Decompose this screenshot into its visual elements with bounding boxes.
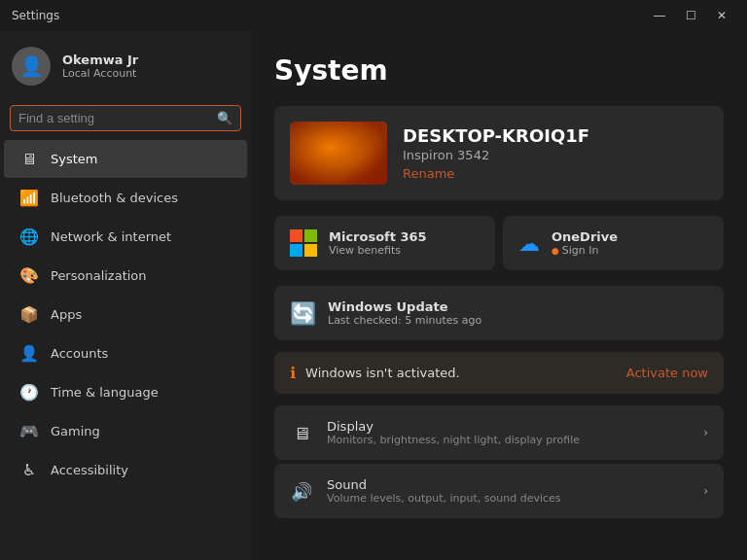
sidebar-item-label: Time & language [51,385,159,400]
gaming-icon: 🎮 [19,422,39,440]
sidebar-item-label: Gaming [51,424,100,438]
sidebar-item-personalization[interactable]: 🎨 Personalization [4,257,247,295]
display-info: Display Monitors, brightness, night ligh… [327,419,690,446]
sidebar-item-network[interactable]: 🌐 Network & internet [4,218,247,256]
sidebar-item-accessibility[interactable]: ♿ Accessibility [4,451,247,489]
pc-name: DESKTOP-KROIQ1F [403,125,589,146]
sound-chevron-icon: › [703,484,708,498]
pc-details: DESKTOP-KROIQ1F Inspiron 3542 Rename [403,125,589,181]
activate-now-link[interactable]: Activate now [626,366,708,380]
pc-thumbnail [290,122,387,185]
sidebar-item-apps[interactable]: 📦 Apps [4,296,247,333]
sidebar: 👤 Okemwa Jr Local Account 🔍 🖥 System 📶 B… [0,31,251,560]
sidebar-item-label: Bluetooth & devices [51,191,178,205]
onedrive-card[interactable]: ☁ OneDrive Sign In [503,216,724,270]
activation-icon: ℹ [290,364,296,382]
sidebar-item-system[interactable]: 🖥 System [4,140,247,178]
rename-link[interactable]: Rename [403,166,589,181]
avatar: 👤 [12,47,51,86]
sound-name: Sound [327,477,690,492]
user-section[interactable]: 👤 Okemwa Jr Local Account [0,31,251,101]
sidebar-item-label: Personalization [51,268,147,283]
sound-info: Sound Volume levels, output, input, soun… [327,477,690,505]
app-title: Settings [12,9,59,22]
app-body: 👤 Okemwa Jr Local Account 🔍 🖥 System 📶 B… [0,31,747,560]
sidebar-nav: 🖥 System 📶 Bluetooth & devices 🌐 Network… [0,139,251,490]
titlebar: Settings — ☐ ✕ [0,0,747,31]
windows-update-icon: 🔄 [290,301,316,326]
network-icon: 🌐 [19,228,39,246]
personalization-icon: 🎨 [19,266,39,285]
page-title: System [274,54,724,87]
update-sub: Last checked: 5 minutes ago [328,314,481,327]
svg-rect-2 [290,244,302,257]
microsoft365-info: Microsoft 365 View benefits [329,229,427,257]
search-icon: 🔍 [217,111,232,125]
svg-rect-1 [304,229,317,242]
main-content: System DESKTOP-KROIQ1F Inspiron 3542 Ren… [251,31,747,560]
svg-rect-0 [290,229,302,242]
onedrive-icon: ☁ [518,231,540,256]
sidebar-item-bluetooth[interactable]: 📶 Bluetooth & devices [4,179,247,217]
window-controls: — ☐ ✕ [646,5,735,26]
sound-desc: Volume levels, output, input, sound devi… [327,492,690,505]
sidebar-item-label: Accounts [51,346,108,361]
close-button[interactable]: ✕ [708,5,735,26]
display-icon: 🖥 [290,423,313,443]
accessibility-icon: ♿ [19,461,39,479]
sidebar-item-label: Apps [51,307,82,322]
sidebar-item-gaming[interactable]: 🎮 Gaming [4,412,247,450]
sound-settings-item[interactable]: 🔊 Sound Volume levels, output, input, so… [274,464,724,518]
onedrive-sub: Sign In [551,244,618,257]
time-icon: 🕐 [19,383,39,402]
display-chevron-icon: › [703,426,708,439]
display-settings-item[interactable]: 🖥 Display Monitors, brightness, night li… [274,405,724,460]
microsoft365-sub: View benefits [329,244,427,257]
minimize-button[interactable]: — [646,5,673,26]
apps-icon: 📦 [19,305,39,324]
accounts-icon: 👤 [19,344,39,363]
display-name: Display [327,419,690,434]
update-name: Windows Update [328,299,481,314]
sidebar-item-label: Accessibility [51,463,128,477]
user-info: Okemwa Jr Local Account [62,52,138,80]
settings-list: 🖥 Display Monitors, brightness, night li… [274,405,724,518]
update-info: Windows Update Last checked: 5 minutes a… [328,299,481,327]
sound-icon: 🔊 [290,481,313,502]
sidebar-item-time[interactable]: 🕐 Time & language [4,373,247,411]
sidebar-item-accounts[interactable]: 👤 Accounts [4,334,247,372]
search-input[interactable] [18,111,211,125]
pc-model: Inspiron 3542 [403,148,589,162]
svg-rect-3 [304,244,317,257]
pc-card[interactable]: DESKTOP-KROIQ1F Inspiron 3542 Rename [274,106,724,200]
user-type: Local Account [62,67,138,80]
sidebar-item-label: System [51,152,97,166]
onedrive-name: OneDrive [551,229,618,244]
microsoft365-icon [290,229,317,257]
display-desc: Monitors, brightness, night light, displ… [327,434,690,446]
activation-banner: ℹ Windows isn't activated. Activate now [274,352,724,394]
microsoft365-name: Microsoft 365 [329,229,427,244]
activation-text: Windows isn't activated. [305,366,617,380]
microsoft365-card[interactable]: Microsoft 365 View benefits [274,216,495,270]
windows-update-card[interactable]: 🔄 Windows Update Last checked: 5 minutes… [274,286,724,340]
user-name: Okemwa Jr [62,52,138,67]
system-icon: 🖥 [19,150,39,168]
onedrive-info: OneDrive Sign In [551,229,618,257]
bluetooth-icon: 📶 [19,189,39,207]
services-row: Microsoft 365 View benefits ☁ OneDrive S… [274,216,724,270]
sidebar-item-label: Network & internet [51,229,171,244]
search-box[interactable]: 🔍 [10,105,241,131]
maximize-button[interactable]: ☐ [677,5,704,26]
